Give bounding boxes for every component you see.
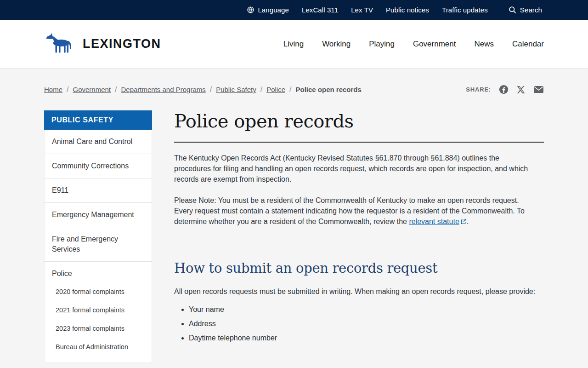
share-facebook-button[interactable] xyxy=(499,85,509,94)
breadcrumb-police[interactable]: Police xyxy=(266,86,285,93)
sidebar-subitem-2021-complaints[interactable]: 2021 formal complaints xyxy=(45,301,152,319)
x-icon xyxy=(516,85,526,94)
sidebar-subitem-bureau-administration[interactable]: Bureau of Administration xyxy=(45,338,152,356)
share-x-button[interactable] xyxy=(516,85,526,94)
utility-bar: Language LexCall 311 Lex TV Public notic… xyxy=(0,0,588,20)
how-to-submit-heading: How to submit an open records request xyxy=(174,260,544,276)
sidebar-item-community-corrections[interactable]: Community Corrections xyxy=(45,154,152,178)
sidebar-item-animal-care[interactable]: Animal Care and Control xyxy=(45,130,152,154)
email-icon xyxy=(533,85,544,94)
required-info-list: Your name Address Daytime telephone numb… xyxy=(174,304,544,344)
share-email-button[interactable] xyxy=(533,85,544,94)
section-sidebar: PUBLIC SAFETY Animal Care and Control Co… xyxy=(44,110,152,363)
breadcrumb-separator: / xyxy=(256,86,266,94)
list-item-address: Address xyxy=(189,318,544,329)
nav-working[interactable]: Working xyxy=(322,40,351,49)
sidebar-item-police: Police 2020 formal complaints 2021 forma… xyxy=(45,262,152,362)
submit-intro-paragraph: All open records requests must be submit… xyxy=(174,286,537,297)
list-item-phone: Daytime telephone number xyxy=(189,333,544,344)
sidebar-title: PUBLIC SAFETY xyxy=(44,110,152,130)
police-subnav: 2020 formal complaints 2021 formal compl… xyxy=(45,282,152,362)
site-logo[interactable]: LEXINGTON xyxy=(44,32,161,56)
lex-tv-link[interactable]: Lex TV xyxy=(351,6,373,14)
breadcrumb-separator: / xyxy=(285,86,295,94)
residency-note-text: Please Note: You must be a resident of t… xyxy=(174,196,525,225)
sidebar-subitem-2023-complaints[interactable]: 2023 formal complaints xyxy=(45,319,152,338)
sidebar-subitem-label[interactable]: 2020 formal complaints xyxy=(45,282,152,301)
breadcrumb-departments[interactable]: Departments and Programs xyxy=(121,86,205,93)
sidebar-item-fire-emergency[interactable]: Fire and Emergency Services xyxy=(45,227,152,262)
page-body: Home / Government / Departments and Prog… xyxy=(0,85,588,368)
breadcrumb-public-safety[interactable]: Public Safety xyxy=(216,86,256,93)
breadcrumb-current: Police open records xyxy=(295,86,361,93)
search-button[interactable]: Search xyxy=(508,6,542,14)
sidebar-subitem-label[interactable]: Bureau of Administration xyxy=(45,338,152,356)
intro-paragraph: The Kentucky Open Records Act (Kentucky … xyxy=(174,153,537,185)
relevant-statute-link[interactable]: relevant statute xyxy=(409,218,466,225)
nav-calendar[interactable]: Calendar xyxy=(512,40,544,49)
language-label: Language xyxy=(258,6,289,14)
globe-icon xyxy=(247,6,254,14)
search-label: Search xyxy=(520,6,542,14)
breadcrumb-separator: / xyxy=(111,86,121,94)
site-header: LEXINGTON Living Working Playing Governm… xyxy=(0,20,588,68)
public-notices-link[interactable]: Public notices xyxy=(386,6,429,14)
breadcrumb-separator: / xyxy=(206,86,216,94)
sidebar-item-label[interactable]: Emergency Management xyxy=(45,203,152,227)
lexcall-311-link[interactable]: LexCall 311 xyxy=(302,6,338,14)
article: Police open records The Kentucky Open Re… xyxy=(174,110,544,368)
sidebar-item-label[interactable]: Community Corrections xyxy=(45,154,152,178)
title-divider xyxy=(174,142,544,143)
breadcrumb-separator: / xyxy=(62,86,73,94)
share-label: SHARE: xyxy=(466,86,491,93)
traffic-updates-link[interactable]: Traffic updates xyxy=(442,6,488,14)
sidebar-subitem-label[interactable]: 2021 formal complaints xyxy=(45,301,152,319)
facebook-icon xyxy=(499,85,509,94)
page-title: Police open records xyxy=(174,110,544,132)
sidebar-item-emergency-management[interactable]: Emergency Management xyxy=(45,203,152,227)
search-icon xyxy=(508,6,517,14)
sidebar-subitem-label[interactable]: 2023 formal complaints xyxy=(45,319,152,338)
residency-note-suffix: . xyxy=(467,218,469,225)
nav-living[interactable]: Living xyxy=(283,40,304,49)
nav-playing[interactable]: Playing xyxy=(369,40,395,49)
logo-wordmark: LEXINGTON xyxy=(83,37,161,51)
sidebar-item-label[interactable]: Fire and Emergency Services xyxy=(45,227,152,261)
sidebar-item-label[interactable]: E911 xyxy=(45,178,152,202)
primary-nav: Living Working Playing Government News C… xyxy=(283,40,544,49)
horse-icon xyxy=(44,32,76,56)
share-bar: SHARE: xyxy=(466,85,544,94)
nav-news[interactable]: News xyxy=(474,40,494,49)
sidebar-item-label[interactable]: Animal Care and Control xyxy=(45,130,152,154)
sidebar-subitem-2020-complaints[interactable]: 2020 formal complaints xyxy=(45,282,152,301)
breadcrumb-home[interactable]: Home xyxy=(44,86,62,93)
relevant-statute-link-label: relevant statute xyxy=(409,218,459,225)
sidebar-item-label[interactable]: Police xyxy=(45,262,152,282)
external-link-icon xyxy=(461,217,467,227)
residency-note-paragraph: Please Note: You must be a resident of t… xyxy=(174,195,537,228)
list-item-your-name: Your name xyxy=(189,304,544,315)
language-menu[interactable]: Language xyxy=(247,6,289,14)
breadcrumb: Home / Government / Departments and Prog… xyxy=(44,86,362,94)
breadcrumb-government[interactable]: Government xyxy=(73,86,111,93)
sidebar-item-e911[interactable]: E911 xyxy=(45,178,152,203)
nav-government[interactable]: Government xyxy=(413,40,456,49)
